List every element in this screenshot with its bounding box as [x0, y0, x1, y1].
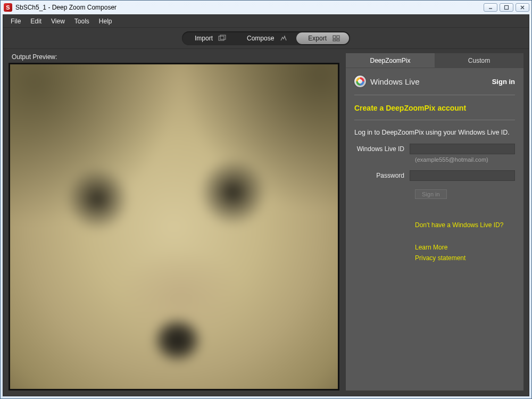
mode-compose-label: Compose: [247, 35, 274, 42]
password-input[interactable]: [410, 170, 515, 181]
mode-pills: Import Compose Export: [182, 31, 350, 45]
login-intro-text: Log in to DeepZoomPix using your Windows…: [354, 120, 515, 144]
no-live-id-link[interactable]: Don't have a Windows Live ID?: [415, 221, 515, 229]
password-label: Password: [354, 172, 410, 179]
close-button[interactable]: [516, 3, 529, 12]
learn-more-link[interactable]: Learn More: [415, 244, 515, 251]
maximize-button[interactable]: [500, 3, 513, 12]
app-window: S SbSCh5_1 - Deep Zoom Composer File Edi…: [0, 0, 532, 399]
window-title: SbSCh5_1 - Deep Zoom Composer: [15, 4, 484, 11]
mode-export[interactable]: Export: [296, 32, 349, 44]
compose-icon: [279, 35, 288, 42]
menu-tools[interactable]: Tools: [70, 16, 94, 27]
menubar: File Edit View Tools Help: [3, 15, 529, 28]
live-id-label: Windows Live ID: [354, 145, 410, 153]
preview-column: Output Preview:: [9, 53, 339, 390]
live-id-hint: (example555@hotmail.com): [415, 156, 515, 163]
svg-rect-4: [219, 36, 224, 40]
app-chrome: File Edit View Tools Help Import Compose: [3, 14, 529, 396]
content-area: Output Preview: DeepZoomPix Custom Windo…: [3, 49, 529, 396]
menu-view[interactable]: View: [47, 16, 69, 27]
windows-live-row: Windows Live Sign in: [354, 76, 515, 95]
windows-live-logo-icon: [354, 76, 366, 87]
preview-viewport[interactable]: [9, 63, 339, 390]
menu-help[interactable]: Help: [95, 16, 117, 27]
titlebar: S SbSCh5_1 - Deep Zoom Composer: [1, 1, 531, 14]
svg-rect-5: [220, 35, 226, 39]
deepzoompix-panel: Windows Live Sign in Create a DeepZoomPi…: [346, 68, 523, 390]
svg-rect-9: [337, 39, 339, 41]
signin-button-row: Sign in: [415, 189, 515, 199]
import-icon: [218, 35, 227, 42]
side-tabs: DeepZoomPix Custom: [346, 53, 523, 68]
menu-edit[interactable]: Edit: [26, 16, 46, 27]
tab-custom[interactable]: Custom: [435, 53, 523, 68]
minimize-button[interactable]: [484, 3, 497, 12]
side-panel: DeepZoomPix Custom Windows Live Sign in …: [346, 53, 523, 390]
mode-import[interactable]: Import: [183, 32, 235, 44]
svg-rect-1: [505, 6, 509, 10]
windows-live-brand: Windows Live: [354, 76, 420, 87]
row-password: Password: [354, 170, 515, 181]
footer-links: Learn More Privacy statement: [415, 244, 515, 262]
preview-image: [9, 63, 339, 390]
sign-in-header[interactable]: Sign in: [492, 78, 515, 86]
sign-in-button[interactable]: Sign in: [415, 189, 447, 199]
windows-live-text: Windows Live: [370, 77, 420, 86]
tab-deepzoompix[interactable]: DeepZoomPix: [346, 53, 435, 68]
privacy-link[interactable]: Privacy statement: [415, 254, 515, 262]
window-controls: [484, 3, 529, 12]
live-id-input[interactable]: [410, 144, 515, 154]
svg-rect-8: [333, 39, 336, 41]
export-icon: [332, 35, 340, 42]
menu-file[interactable]: File: [6, 16, 25, 27]
mode-export-label: Export: [308, 35, 327, 42]
app-icon: S: [4, 3, 12, 12]
preview-label: Output Preview:: [12, 53, 339, 61]
svg-rect-6: [333, 36, 336, 38]
create-account-link[interactable]: Create a DeepZoomPix account: [354, 95, 515, 120]
no-id-block: Don't have a Windows Live ID?: [415, 221, 515, 229]
mode-compose[interactable]: Compose: [235, 32, 296, 44]
mode-import-label: Import: [195, 35, 213, 42]
mode-row: Import Compose Export: [3, 28, 529, 49]
svg-rect-7: [337, 36, 339, 38]
row-live-id: Windows Live ID: [354, 144, 515, 154]
